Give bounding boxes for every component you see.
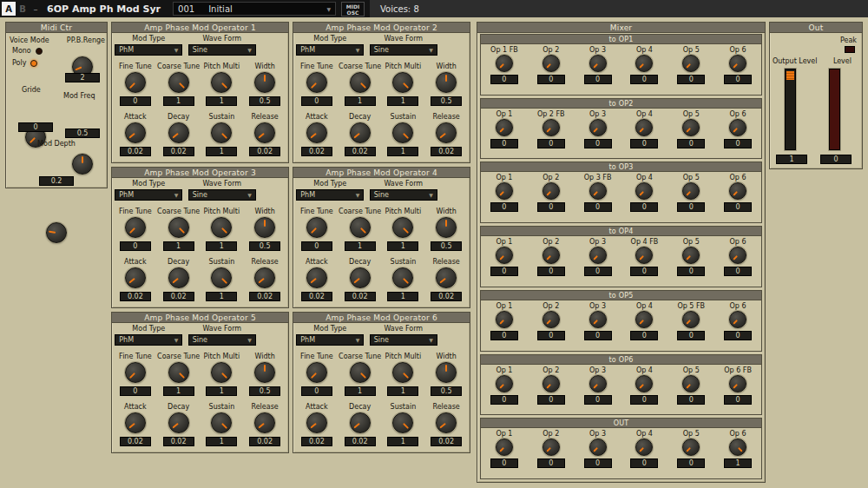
output-level-slider[interactable]: [785, 69, 796, 150]
knob[interactable]: [392, 72, 413, 93]
wave-form-select[interactable]: Sine ▼: [188, 189, 256, 201]
knob[interactable]: [254, 122, 275, 143]
knob[interactable]: [125, 122, 146, 143]
knob[interactable]: [542, 55, 560, 72]
knob[interactable]: [350, 412, 371, 433]
knob[interactable]: [496, 439, 513, 456]
mod-type-select[interactable]: PhM ▼: [296, 44, 364, 56]
midi-osc-button[interactable]: MIDI OSC: [341, 2, 365, 16]
knob[interactable]: [306, 122, 327, 143]
knob[interactable]: [682, 119, 700, 136]
mod-type-select[interactable]: PhM ▼: [296, 189, 364, 201]
knob[interactable]: [496, 182, 513, 200]
knob[interactable]: [125, 72, 146, 93]
mono-mode-toggle[interactable]: Mono: [12, 47, 43, 55]
knob[interactable]: [635, 439, 653, 456]
knob[interactable]: [682, 375, 700, 392]
knob[interactable]: [496, 311, 513, 328]
knob[interactable]: [350, 217, 371, 238]
knob[interactable]: [211, 122, 232, 143]
mod-type-select[interactable]: PhM ▼: [115, 44, 182, 56]
knob[interactable]: [254, 217, 275, 238]
knob[interactable]: [682, 311, 700, 328]
knob[interactable]: [168, 267, 189, 288]
mod-type-select[interactable]: PhM ▼: [115, 334, 182, 346]
knob[interactable]: [436, 412, 457, 433]
knob[interactable]: [436, 362, 457, 383]
knob[interactable]: [254, 72, 275, 93]
mod-type-select[interactable]: PhM ▼: [296, 334, 364, 346]
knob[interactable]: [350, 267, 371, 288]
knob[interactable]: [125, 412, 146, 433]
knob[interactable]: [125, 362, 146, 383]
mod-depth-knob[interactable]: [46, 222, 67, 243]
knob[interactable]: [436, 122, 457, 143]
knob[interactable]: [254, 267, 275, 288]
knob[interactable]: [729, 439, 746, 456]
wave-form-select[interactable]: Sine ▼: [370, 44, 437, 56]
knob[interactable]: [350, 122, 371, 143]
knob[interactable]: [729, 311, 746, 328]
knob[interactable]: [542, 311, 560, 328]
knob[interactable]: [589, 311, 607, 328]
knob[interactable]: [542, 119, 560, 136]
knob[interactable]: [211, 362, 232, 383]
knob[interactable]: [392, 217, 413, 238]
knob[interactable]: [254, 412, 275, 433]
knob[interactable]: [496, 119, 513, 136]
knob[interactable]: [211, 412, 232, 433]
knob[interactable]: [729, 119, 746, 136]
knob[interactable]: [729, 55, 746, 72]
knob[interactable]: [436, 72, 457, 93]
knob[interactable]: [635, 311, 653, 328]
collapse-button[interactable]: –: [30, 4, 42, 14]
knob[interactable]: [496, 247, 513, 264]
knob[interactable]: [542, 375, 560, 392]
knob[interactable]: [436, 217, 457, 238]
knob[interactable]: [729, 182, 746, 200]
knob[interactable]: [635, 375, 653, 392]
knob[interactable]: [168, 122, 189, 143]
knob[interactable]: [168, 217, 189, 238]
mod-type-select[interactable]: PhM ▼: [115, 189, 182, 201]
knob[interactable]: [682, 247, 700, 264]
knob[interactable]: [542, 439, 560, 456]
wave-form-select[interactable]: Sine ▼: [370, 189, 437, 201]
knob[interactable]: [589, 439, 607, 456]
knob[interactable]: [306, 217, 327, 238]
knob[interactable]: [682, 439, 700, 456]
knob[interactable]: [168, 72, 189, 93]
knob[interactable]: [635, 55, 653, 72]
knob[interactable]: [589, 182, 607, 200]
knob[interactable]: [306, 267, 327, 288]
mod-freq-knob[interactable]: [72, 154, 93, 175]
knob[interactable]: [682, 182, 700, 200]
knob[interactable]: [682, 55, 700, 72]
knob[interactable]: [436, 267, 457, 288]
knob[interactable]: [392, 362, 413, 383]
preset-select[interactable]: 001 Initial ▼: [173, 2, 336, 16]
knob[interactable]: [589, 119, 607, 136]
knob[interactable]: [635, 182, 653, 200]
knob[interactable]: [211, 72, 232, 93]
knob[interactable]: [635, 119, 653, 136]
knob[interactable]: [542, 247, 560, 264]
knob[interactable]: [211, 267, 232, 288]
knob[interactable]: [542, 182, 560, 200]
knob[interactable]: [306, 72, 327, 93]
knob[interactable]: [589, 247, 607, 264]
knob[interactable]: [392, 122, 413, 143]
wave-form-select[interactable]: Sine ▼: [188, 334, 256, 346]
tab-b-button[interactable]: B: [16, 2, 30, 16]
knob[interactable]: [496, 55, 513, 72]
knob[interactable]: [211, 217, 232, 238]
knob[interactable]: [306, 362, 327, 383]
knob[interactable]: [168, 362, 189, 383]
knob[interactable]: [589, 375, 607, 392]
knob[interactable]: [306, 412, 327, 433]
knob[interactable]: [125, 217, 146, 238]
knob[interactable]: [350, 72, 371, 93]
knob[interactable]: [496, 375, 513, 392]
knob[interactable]: [254, 362, 275, 383]
knob[interactable]: [168, 412, 189, 433]
